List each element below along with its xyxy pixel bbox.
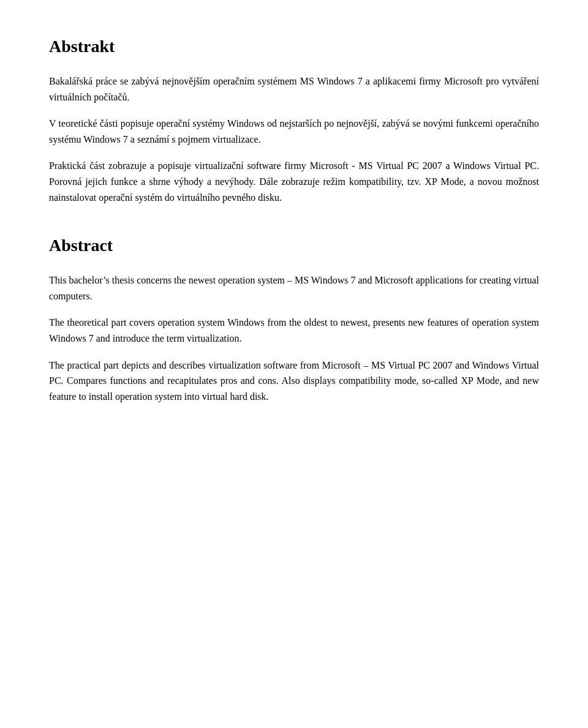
- abstract-paragraph-3: The practical part depicts and describes…: [49, 358, 539, 405]
- abstract-paragraph-1: This bachelor’s thesis concerns the newe…: [49, 272, 539, 304]
- abstract-title: Abstract: [49, 236, 539, 255]
- abstrakt-section: Abstrakt Bakalářská práce se zabývá nejn…: [49, 37, 539, 205]
- abstract-paragraph-2: The theoretical part covers operation sy…: [49, 315, 539, 346]
- page: Abstrakt Bakalářská práce se zabývá nejn…: [0, 0, 588, 728]
- abstrakt-paragraph-3: Praktická část zobrazuje a popisuje virt…: [49, 158, 539, 205]
- abstract-section: Abstract This bachelor’s thesis concerns…: [49, 236, 539, 404]
- abstrakt-title: Abstrakt: [49, 37, 539, 56]
- abstrakt-paragraph-1: Bakalářská práce se zabývá nejnovějším o…: [49, 73, 539, 105]
- abstrakt-paragraph-2: V teoretické části popisuje operační sys…: [49, 116, 539, 147]
